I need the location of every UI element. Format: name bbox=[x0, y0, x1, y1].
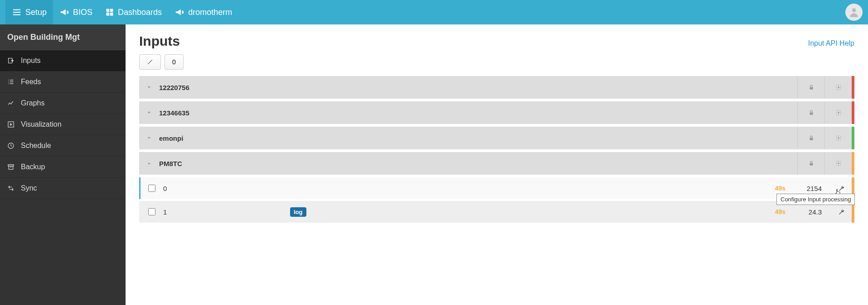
hamburger-icon bbox=[12, 7, 22, 17]
chevron-down-icon[interactable] bbox=[139, 135, 159, 141]
input-row: 0 49s 2154 bbox=[139, 177, 854, 199]
lock-icon[interactable] bbox=[797, 76, 824, 99]
sidebar-item-label: Inputs bbox=[21, 57, 41, 65]
collapse-all-button[interactable] bbox=[139, 54, 161, 70]
svg-point-10 bbox=[838, 86, 839, 88]
sidebar-item-feeds[interactable]: Feeds bbox=[0, 71, 126, 93]
gear-icon[interactable] bbox=[824, 101, 852, 124]
megaphone-icon bbox=[59, 7, 69, 17]
nav-setup[interactable]: Setup bbox=[5, 0, 53, 24]
status-stripe bbox=[852, 76, 854, 99]
group-row[interactable]: PM8TC bbox=[139, 152, 854, 175]
group-name: emonpi bbox=[159, 134, 797, 142]
svg-rect-2 bbox=[107, 13, 110, 16]
svg-point-4 bbox=[852, 8, 856, 12]
input-time: 49s bbox=[758, 208, 790, 215]
input-time: 49s bbox=[758, 185, 790, 192]
user-avatar[interactable] bbox=[845, 4, 863, 21]
sidebar-item-label: Sync bbox=[21, 184, 37, 192]
chevron-down-icon[interactable] bbox=[139, 84, 159, 91]
collapse-icon bbox=[147, 59, 153, 65]
selection-count-button[interactable]: 0 bbox=[165, 54, 184, 70]
archive-icon bbox=[7, 163, 15, 171]
group-row[interactable]: 12220756 bbox=[139, 76, 854, 99]
group-name: 12346635 bbox=[159, 109, 797, 117]
input-name: 0 bbox=[163, 185, 290, 192]
main-content: Inputs Input API Help 0 12220756 1234663… bbox=[126, 24, 868, 305]
chevron-up-icon[interactable] bbox=[139, 160, 159, 167]
sidebar: Open Building Mgt Inputs Feeds Graphs Vi… bbox=[0, 24, 126, 305]
sidebar-item-label: Feeds bbox=[21, 78, 41, 86]
sync-icon bbox=[7, 185, 15, 192]
sidebar-item-label: Backup bbox=[21, 163, 45, 171]
nav-dromotherm[interactable]: dromotherm bbox=[168, 0, 238, 24]
sidebar-item-graphs[interactable]: Graphs bbox=[0, 93, 126, 114]
page-title: Inputs bbox=[139, 33, 180, 49]
graph-icon bbox=[7, 100, 15, 107]
configure-button[interactable] bbox=[831, 209, 852, 215]
input-value: 2154 bbox=[790, 185, 831, 192]
process-tag: log bbox=[290, 207, 306, 217]
tooltip: Configure Input processing bbox=[776, 194, 855, 205]
lock-icon[interactable] bbox=[797, 127, 824, 149]
nav-setup-label: Setup bbox=[25, 8, 47, 17]
svg-rect-15 bbox=[810, 163, 813, 165]
svg-point-12 bbox=[838, 112, 839, 114]
sidebar-item-label: Schedule bbox=[21, 142, 51, 150]
input-value: 24.3 bbox=[790, 208, 831, 216]
gear-icon[interactable] bbox=[824, 152, 852, 175]
input-icon bbox=[7, 57, 15, 64]
svg-rect-13 bbox=[810, 138, 813, 140]
svg-rect-1 bbox=[110, 9, 113, 12]
row-checkbox[interactable] bbox=[148, 208, 155, 215]
gear-icon[interactable] bbox=[824, 76, 852, 99]
clock-icon bbox=[7, 142, 15, 149]
chevron-down-icon[interactable] bbox=[139, 110, 159, 116]
svg-point-14 bbox=[838, 137, 839, 139]
nav-bios-label: BIOS bbox=[73, 8, 92, 17]
input-tags: log bbox=[290, 207, 758, 217]
group-name: 12220756 bbox=[159, 84, 797, 91]
megaphone-icon bbox=[175, 7, 184, 17]
svg-point-16 bbox=[838, 162, 839, 164]
api-help-link[interactable]: Input API Help bbox=[808, 39, 854, 48]
svg-rect-9 bbox=[810, 87, 813, 89]
group-row[interactable]: 12346635 bbox=[139, 101, 854, 124]
input-name: 1 bbox=[163, 208, 290, 216]
group-row[interactable]: emonpi bbox=[139, 127, 854, 149]
sidebar-item-visualization[interactable]: Visualization bbox=[0, 114, 126, 135]
user-icon bbox=[848, 6, 860, 18]
status-stripe bbox=[852, 101, 854, 124]
sidebar-item-inputs[interactable]: Inputs bbox=[0, 50, 126, 71]
nav-dashboards[interactable]: Dashboards bbox=[99, 0, 168, 24]
nav-bios[interactable]: BIOS bbox=[53, 0, 99, 24]
svg-rect-0 bbox=[107, 9, 110, 12]
nav-dromotherm-label: dromotherm bbox=[188, 8, 232, 17]
lock-icon[interactable] bbox=[797, 152, 824, 175]
lock-icon[interactable] bbox=[797, 101, 824, 124]
gear-icon[interactable] bbox=[824, 127, 852, 149]
status-stripe bbox=[852, 127, 854, 149]
svg-rect-3 bbox=[110, 13, 113, 16]
grid-icon bbox=[105, 8, 114, 17]
sidebar-item-backup[interactable]: Backup bbox=[0, 157, 126, 178]
topbar: Setup BIOS Dashboards dromotherm bbox=[0, 0, 868, 24]
input-row: 1 log 49s 24.3 bbox=[139, 201, 854, 223]
play-box-icon bbox=[7, 121, 15, 128]
sidebar-item-schedule[interactable]: Schedule bbox=[0, 135, 126, 157]
svg-rect-11 bbox=[810, 112, 813, 114]
sidebar-item-label: Visualization bbox=[21, 120, 62, 129]
nav-dashboards-label: Dashboards bbox=[118, 8, 162, 17]
svg-rect-8 bbox=[9, 166, 13, 169]
sidebar-item-sync[interactable]: Sync bbox=[0, 178, 126, 199]
sidebar-item-label: Graphs bbox=[21, 99, 44, 107]
row-checkbox[interactable] bbox=[148, 185, 155, 192]
list-icon bbox=[7, 78, 15, 86]
group-name: PM8TC bbox=[159, 160, 797, 167]
sidebar-title: Open Building Mgt bbox=[0, 24, 126, 50]
status-stripe bbox=[852, 152, 854, 175]
